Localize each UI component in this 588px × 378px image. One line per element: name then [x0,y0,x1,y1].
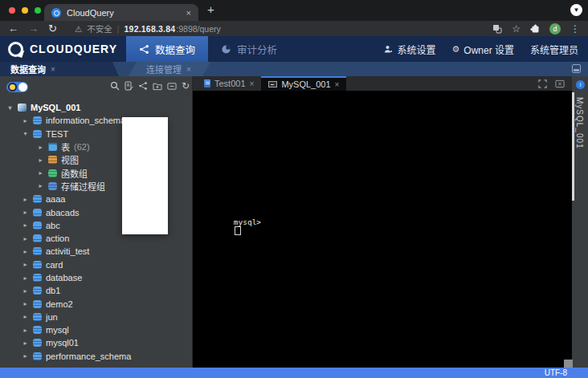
mysql-terminal[interactable]: mysql> [193,91,572,368]
nav-audit-analysis[interactable]: 审计分析 [208,36,290,62]
context-menu-item[interactable] [122,120,168,136]
tree-item-icon [33,352,42,360]
macos-close-button[interactable] [9,7,15,14]
security-warning-icon[interactable]: ⚠ [75,24,82,34]
tree-item[interactable]: ▸ performance_schema [0,350,192,363]
expand-arrow-icon[interactable]: ▸ [22,339,29,347]
expand-arrow-icon[interactable]: ▸ [37,144,44,151]
brand: CLOUDQUERY [8,36,117,62]
expand-arrow-icon[interactable]: ▸ [22,274,29,282]
expand-arrow-icon[interactable]: ▸ [22,261,29,268]
new-folder-icon[interactable] [153,82,162,91]
main-nav: 数据查询 审计分析 [126,36,290,62]
context-menu-item[interactable] [122,168,168,184]
tree-item-icon [33,326,42,334]
expand-arrow-icon[interactable]: ▸ [37,182,44,189]
current-user-menu[interactable]: 系统管理员 [530,43,578,56]
browser-menu-icon[interactable]: ⋮ [570,24,580,34]
terminal-line [197,129,572,138]
panel-toggle-icon[interactable] [572,64,581,73]
brand-name: CLOUDQUERY [30,43,117,55]
editor-tab[interactable]: Test001 × [197,76,261,91]
tree-item[interactable]: ▾ MySQL_001 [0,101,192,114]
extensions-puzzle-icon[interactable] [530,24,540,34]
expand-arrow-icon[interactable]: ▸ [22,287,29,295]
tree-item[interactable]: ▸ mysql01 [0,336,192,349]
bookmark-star-icon[interactable]: ☆ [512,24,521,34]
theme-toggle[interactable] [6,82,28,92]
tree-item[interactable]: ▸ jun [0,311,192,323]
nav-data-query[interactable]: 数据查询 [126,36,208,62]
right-panel-label[interactable]: MySQL_001 [575,97,584,149]
pie-chart-icon [221,44,231,55]
right-panel-strip[interactable]: i MySQL_001 [572,76,588,368]
tree-item-label: action [46,234,69,243]
tab-close-icon[interactable]: × [250,79,255,88]
tree-item[interactable]: ▸ database [0,271,192,284]
expand-arrow-icon[interactable]: ▸ [22,352,29,360]
context-menu-item[interactable] [122,200,168,216]
tab-close-icon[interactable]: × [186,8,191,18]
terminal-scrollbar[interactable] [572,92,574,201]
fullscreen-icon[interactable] [538,79,547,88]
address-bar[interactable]: ⚠ 不安全 | 192.168.3.84 :9898/query [67,22,483,35]
forward-button[interactable]: → [28,23,39,34]
expand-arrow-icon[interactable]: ▸ [22,222,29,229]
tree-item[interactable]: ▸ demo2 [0,297,192,310]
tree-item-label: abc [46,221,60,230]
refresh-icon[interactable]: ↻ [182,81,190,91]
context-menu-item[interactable] [122,216,168,232]
toggle-knob [18,83,27,91]
expand-arrow-icon[interactable]: ▸ [37,169,44,177]
url-host: 192.168.3.84 [125,24,176,34]
tree-item[interactable]: ▸ card [0,258,192,271]
tab-close-icon[interactable]: × [51,65,55,74]
profile-avatar[interactable]: d [549,23,561,35]
expand-arrow-icon[interactable]: ▸ [22,313,29,320]
downloads-button[interactable]: ▼ [570,4,582,16]
share-link-icon[interactable] [138,81,148,91]
tree-item[interactable]: ▸ mysql [0,323,192,336]
expand-arrow-icon[interactable]: ▸ [22,300,29,307]
expand-arrow-icon[interactable]: ▸ [22,248,29,255]
translate-icon[interactable] [492,24,502,34]
tree-item[interactable]: ▸ activiti_test [0,245,192,258]
expand-arrow-icon[interactable]: ▸ [22,117,29,124]
context-menu-item[interactable] [122,184,168,200]
new-query-icon[interactable] [125,81,133,91]
console-indicator-icon[interactable]: i [576,80,585,89]
expand-arrow-icon[interactable]: ▾ [22,130,29,137]
expand-arrow-icon[interactable]: ▾ [6,104,14,112]
tree-item[interactable]: ▸ db1 [0,284,192,297]
expand-arrow-icon[interactable]: ▸ [22,327,29,334]
expand-arrow-icon[interactable]: ▸ [22,196,29,203]
user-settings-icon [384,45,393,54]
collapse-all-icon[interactable] [167,82,177,91]
terminal-line [197,173,572,182]
reload-button[interactable]: ↻ [48,23,57,34]
terminal-line [197,112,572,120]
owner-settings-button[interactable]: ⚙ Owner 设置 [451,43,514,56]
back-button[interactable]: ← [8,23,18,34]
context-menu-item[interactable] [122,152,168,168]
browser-tab[interactable]: CloudQuery × [44,4,198,21]
editor-tab[interactable]: MySQL_001 × [261,76,346,91]
workspace-tab-data-query[interactable]: 数据查询 × [0,62,119,76]
close-panel-icon[interactable] [555,79,565,88]
expand-arrow-icon[interactable]: ▸ [22,235,29,242]
tab-close-icon[interactable]: × [186,65,191,74]
system-settings-button[interactable]: 系统设置 [384,43,435,56]
search-icon[interactable] [110,81,120,91]
workspace-tab-connection-mgmt[interactable]: 连接管理 × [129,62,210,76]
expand-arrow-icon[interactable]: ▸ [37,156,44,164]
tab-close-icon[interactable]: × [335,80,340,89]
macos-zoom-button[interactable] [35,7,41,14]
expand-arrow-icon[interactable]: ▸ [22,209,29,216]
context-menu-item[interactable] [122,136,168,152]
macos-minimize-button[interactable] [22,7,28,14]
workspace-tab-label: 数据查询 [10,63,46,75]
tree-item-icon [33,234,42,242]
new-tab-button[interactable]: + [207,2,214,16]
tree-item-icon [33,300,42,308]
tree-item-label: abacads [46,208,80,217]
